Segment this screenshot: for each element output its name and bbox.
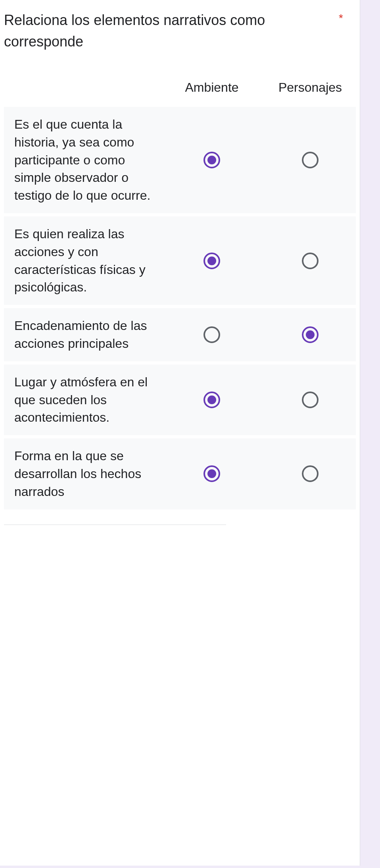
grid-row: Es quien realiza las acciones y con cara… (4, 216, 356, 305)
radio-option[interactable] (302, 465, 319, 482)
question-header: Relaciona los elementos narrativos como … (4, 10, 356, 68)
grid-header-row: Ambiente Personajes (4, 68, 356, 107)
required-indicator: * (339, 10, 356, 25)
radio-option[interactable] (203, 253, 220, 269)
radio-cell (163, 326, 261, 343)
grid-row: Lugar y atmósfera en el que suceden los … (4, 365, 356, 435)
radio-option[interactable] (302, 253, 319, 269)
column-header-ambiente: Ambiente (163, 80, 261, 95)
bottom-divider (4, 525, 226, 527)
grid-row: Forma en la que se desarrollan los hecho… (4, 438, 356, 509)
radio-cell (261, 465, 356, 482)
radio-cell (163, 392, 261, 408)
grid-row: Encadenamiento de las acciones principal… (4, 308, 356, 361)
radio-cell (261, 392, 356, 408)
grid-row: Es el que cuenta la historia, ya sea com… (4, 107, 356, 213)
radio-option[interactable] (203, 465, 220, 482)
radio-cell (261, 152, 356, 168)
form-card: Relaciona los elementos narrativos como … (0, 0, 360, 866)
radio-option[interactable] (203, 152, 220, 168)
radio-option[interactable] (203, 326, 220, 343)
column-header-personajes: Personajes (261, 80, 356, 95)
radio-option[interactable] (203, 392, 220, 408)
radio-cell (163, 253, 261, 269)
radio-option[interactable] (302, 326, 319, 343)
row-label: Forma en la que se desarrollan los hecho… (4, 447, 163, 500)
question-title: Relaciona los elementos narrativos como … (4, 10, 332, 52)
row-label: Lugar y atmósfera en el que suceden los … (4, 373, 163, 426)
radio-cell (163, 152, 261, 168)
radio-option[interactable] (302, 152, 319, 168)
radio-cell (261, 253, 356, 269)
radio-grid: Ambiente Personajes Es el que cuenta la … (4, 68, 356, 513)
radio-cell (163, 465, 261, 482)
radio-cell (261, 326, 356, 343)
header-spacer (4, 80, 163, 95)
row-label: Es el que cuenta la historia, ya sea com… (4, 116, 163, 204)
radio-option[interactable] (302, 392, 319, 408)
row-label: Es quien realiza las acciones y con cara… (4, 225, 163, 296)
row-label: Encadenamiento de las acciones principal… (4, 317, 163, 353)
